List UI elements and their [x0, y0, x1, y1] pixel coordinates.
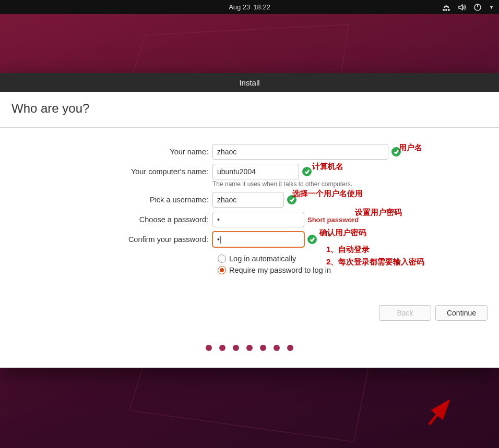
confirm-password-label: Confirm your password:	[11, 235, 212, 244]
svg-point-4	[448, 9, 450, 11]
window-title: Install	[239, 78, 259, 87]
computer-name-hint: The name it uses when it talks to other …	[212, 180, 352, 188]
network-icon[interactable]	[442, 3, 450, 11]
progress-dots	[206, 345, 293, 351]
your-name-input[interactable]	[212, 144, 388, 160]
page-heading: Who are you?	[11, 101, 488, 116]
your-name-label: Your name:	[11, 148, 212, 156]
back-button[interactable]: Back	[379, 305, 431, 321]
computer-name-label: Your computer's name:	[11, 167, 212, 176]
svg-point-2	[443, 9, 445, 11]
topbar-clock[interactable]: Aug 23 18:22	[229, 3, 270, 11]
username-input[interactable]	[212, 192, 284, 208]
require-password-option[interactable]: Require my password to log in	[218, 266, 488, 274]
check-icon	[302, 167, 312, 176]
auto-login-label: Log in automatically	[229, 255, 296, 263]
confirm-password-input[interactable]	[212, 232, 304, 247]
radio-unselected-icon	[218, 255, 226, 263]
check-icon	[307, 235, 317, 244]
topbar-time: 18:22	[253, 3, 270, 11]
password-strength: Short password	[307, 216, 359, 224]
require-password-label: Require my password to log in	[229, 266, 331, 274]
topbar-date: Aug 23	[229, 3, 250, 11]
check-icon	[287, 195, 296, 204]
password-label: Choose a password:	[11, 215, 212, 224]
computer-name-input[interactable]	[212, 164, 299, 179]
radio-selected-icon	[218, 266, 226, 274]
svg-point-3	[445, 9, 447, 11]
svg-line-7	[429, 401, 448, 425]
power-icon[interactable]	[473, 3, 482, 11]
installer-window: Install Who are you? Your name: Your com…	[0, 73, 499, 368]
volume-icon[interactable]	[458, 3, 466, 11]
user-form: Your name: Your computer's name: The nam…	[11, 144, 488, 274]
desktop-topbar: Aug 23 18:22 ▼	[0, 0, 499, 14]
username-label: Pick a username:	[11, 196, 212, 204]
auto-login-option[interactable]: Log in automatically	[218, 255, 488, 263]
chevron-down-icon[interactable]: ▼	[489, 5, 494, 10]
window-titlebar: Install	[0, 73, 499, 92]
check-icon	[391, 147, 401, 156]
continue-button[interactable]: Continue	[435, 305, 488, 321]
password-input[interactable]	[212, 212, 304, 227]
annotation-arrow	[425, 396, 456, 429]
